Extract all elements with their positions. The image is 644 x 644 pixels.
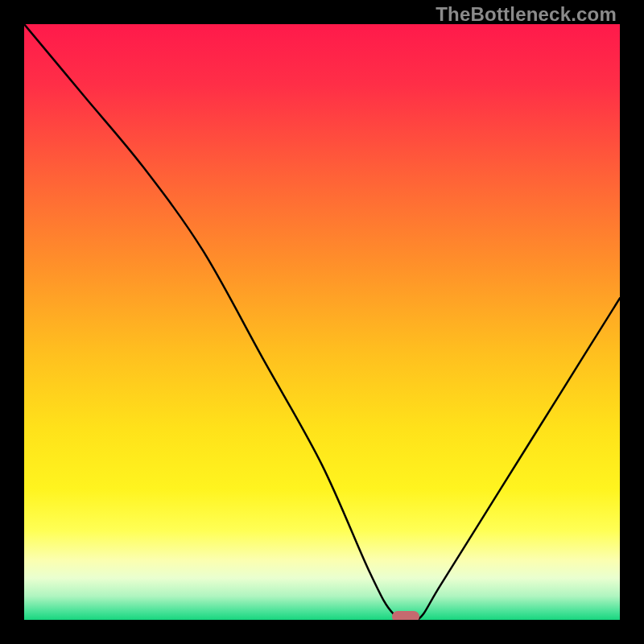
optimal-marker <box>392 611 419 620</box>
gradient-background <box>24 24 620 620</box>
watermark-text: TheBottleneck.com <box>436 3 617 26</box>
chart-svg <box>24 24 620 620</box>
plot-area <box>24 24 620 620</box>
outer-frame: TheBottleneck.com <box>0 0 644 644</box>
